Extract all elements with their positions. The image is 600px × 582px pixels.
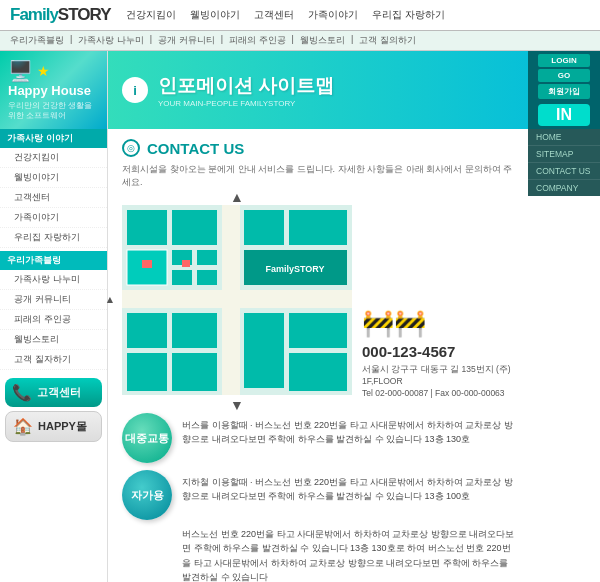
transport-text-1: 지하철 이용할때 · 버스노선 번호 220번을 타고 사대문밖에서 하차하여 …	[182, 470, 516, 504]
contact-title: ◎ CONTACT US	[122, 139, 516, 157]
right-nav-company[interactable]: COMPANY	[528, 180, 600, 196]
sidebar-item-customer2[interactable]: 고객 질자하기	[0, 350, 107, 370]
star-icon: ★	[37, 63, 50, 79]
banner-info-icon: i	[122, 77, 148, 103]
svg-text:FamilySTORY: FamilySTORY	[265, 264, 324, 274]
subnav-item-3[interactable]: 피래의 주인공	[229, 34, 286, 47]
nav-item-wellbeing[interactable]: 웰빙이야기	[190, 8, 240, 22]
right-nav-sitemap[interactable]: SITEMAP	[528, 146, 600, 163]
sidebar-item-customer[interactable]: 고객센터	[0, 188, 107, 208]
svg-rect-20	[289, 353, 347, 391]
nav-item-house[interactable]: 우리집 자랑하기	[372, 8, 445, 22]
map-grid: ▲ ▼ ▶	[122, 197, 352, 403]
traffic-cones: 🚧🚧	[362, 308, 516, 339]
transport-item-0: 대중교통 버스를 이용할때 · 버스노선 번호 220번을 타고 사대문밖에서 …	[122, 413, 516, 463]
svg-rect-21	[142, 260, 152, 268]
join-button[interactable]: 회원가입	[538, 84, 590, 99]
map-left-label: ▶	[105, 297, 114, 303]
sidebar-item-open[interactable]: 공개 커뮤니티	[0, 290, 107, 310]
right-nav-home[interactable]: HOME	[528, 129, 600, 146]
subnav-item-2[interactable]: 공개 커뮤니티	[158, 34, 215, 47]
sidebar-item-wellbeing2[interactable]: 웰빙스토리	[0, 330, 107, 350]
contact-section: ◎ CONTACT US 저희시설을 찾아오는 분에게 안내 서비스를 드립니다…	[108, 129, 600, 582]
svg-rect-3	[127, 210, 167, 245]
contact-desc: 저희시설을 찾아오는 분에게 안내 서비스를 드립니다. 자세한 사항들은 아래…	[122, 163, 516, 189]
content: i 인포메이션 사이트맵 YOUR MAIN-PEOPLE FAMILYSTOR…	[108, 51, 600, 582]
go-button[interactable]: GO	[538, 69, 590, 82]
header: FamilySTORY 건강지킴이 웰빙이야기 고객센터 가족이야기 우리집 자…	[0, 0, 600, 31]
svg-rect-17	[289, 313, 347, 348]
right-sidenav: HOME SITEMAP CONTACT US COMPANY	[528, 129, 600, 196]
sidebar-banner-sub: 우리만의 건강한 생활을 위한 소프트웨어	[8, 101, 99, 121]
svg-rect-5	[244, 210, 284, 245]
happy-mall-label: HAPPY몰	[38, 419, 87, 434]
arrow-down: ▼	[230, 397, 244, 413]
sidebar-section1-title: 가족사랑 이야기	[0, 129, 107, 148]
banner-wrap: i 인포메이션 사이트맵 YOUR MAIN-PEOPLE FAMILYSTOR…	[108, 51, 600, 129]
customer-label: 고객센터	[37, 385, 81, 400]
arrow-up: ▲	[230, 189, 244, 205]
main-nav: 건강지킴이 웰빙이야기 고객센터 가족이야기 우리집 자랑하기	[126, 8, 445, 22]
sidebar-item-house[interactable]: 우리집 자랑하기	[0, 228, 107, 248]
home-icon: 🏠	[13, 417, 33, 436]
map-svg: FamilySTORY	[122, 205, 352, 395]
address-line2: Tel 02-000-00087 | Fax 00-000-00063	[362, 388, 516, 398]
contact-icon: ◎	[122, 139, 140, 157]
banner-subtitle: YOUR MAIN-PEOPLE FAMILYSTORY	[158, 99, 334, 108]
svg-rect-16	[244, 313, 284, 388]
subnav: 우리가족블링 | 가족사랑 나누미 | 공개 커뮤니티 | 피래의 주인공 | …	[0, 31, 600, 51]
svg-rect-18	[127, 353, 167, 391]
nav-item-customer[interactable]: 고객센터	[254, 8, 294, 22]
sidebar-item-health[interactable]: 건강지킴이	[0, 148, 107, 168]
subnav-item-1[interactable]: 가족사랑 나누미	[78, 34, 144, 47]
monitor-icon: 🖥️	[8, 59, 33, 83]
top-banner: i 인포메이션 사이트맵 YOUR MAIN-PEOPLE FAMILYSTOR…	[108, 51, 600, 129]
subnav-item-5[interactable]: 고객 질의하기	[359, 34, 416, 47]
transport-button-1[interactable]: 자가용	[122, 470, 172, 520]
subnav-item-4[interactable]: 웰빙스토리	[300, 34, 345, 47]
sidebar-item-wellbeing[interactable]: 웰빙이야기	[0, 168, 107, 188]
svg-rect-15	[172, 313, 217, 348]
map-row: ▲ ▼ ▶	[122, 197, 516, 403]
address-line1: 서울시 강구구 대동구 길 135번지 (주) 1F,FLOOR	[362, 363, 516, 389]
svg-rect-10	[172, 270, 192, 285]
sidebar-section1: 가족사랑 이야기 건강지킴이 웰빙이야기 고객센터 가족이야기 우리집 자랑하기	[0, 129, 107, 248]
login-button[interactable]: LOGIN	[538, 54, 590, 67]
customer-center-button[interactable]: 📞 고객센터	[5, 378, 102, 407]
sidebar-item-share[interactable]: 가족사랑 나누미	[0, 270, 107, 290]
sidebar-item-family[interactable]: 가족이야기	[0, 208, 107, 228]
map-info: 🚧🚧 000-123-4567 서울시 강구구 대동구 길 135번지 (주) …	[362, 197, 516, 403]
svg-rect-2	[222, 205, 240, 395]
sidebar: 🖥️ ★ Happy House 우리만의 건강한 생활을 위한 소프트웨어 가…	[0, 51, 108, 582]
svg-rect-4	[172, 210, 217, 245]
transport-item-1: 자가용 지하철 이용할때 · 버스노선 번호 220번을 타고 사대문밖에서 하…	[122, 470, 516, 520]
sidebar-section2-title: 우리가족블링	[0, 251, 107, 270]
transport-button-0[interactable]: 대중교통	[122, 413, 172, 463]
nav-item-family[interactable]: 가족이야기	[308, 8, 358, 22]
happy-mall-button[interactable]: 🏠 HAPPY몰	[5, 411, 102, 442]
sidebar-banner: 🖥️ ★ Happy House 우리만의 건강한 생활을 위한 소프트웨어	[0, 51, 107, 129]
svg-rect-6	[289, 210, 347, 245]
svg-rect-14	[127, 313, 167, 348]
logo[interactable]: FamilySTORY	[10, 5, 110, 25]
sidebar-item-future[interactable]: 피래의 주인공	[0, 310, 107, 330]
login-panel: LOGIN GO 회원가입 IN	[528, 51, 600, 129]
happy-house-label: Happy House	[8, 83, 99, 99]
right-nav-contact[interactable]: CONTACT US	[528, 163, 600, 180]
phone-number: 000-123-4567	[362, 343, 516, 360]
banner-title: 인포메이션 사이트맵	[158, 73, 334, 99]
svg-rect-22	[182, 260, 190, 267]
svg-rect-19	[172, 353, 217, 391]
transport-section: 대중교통 버스를 이용할때 · 버스노선 번호 220번을 타고 사대문밖에서 …	[122, 413, 516, 582]
nav-item-health[interactable]: 건강지킴이	[126, 8, 176, 22]
sidebar-section2: 우리가족블링 가족사랑 나누미 공개 커뮤니티 피래의 주인공 웰빙스토리 고객…	[0, 251, 107, 370]
customer-icon: 📞	[12, 383, 32, 402]
in-button[interactable]: IN	[538, 104, 590, 126]
contact-title-text: CONTACT US	[147, 140, 244, 157]
transport-text-0: 버스를 이용할때 · 버스노선 번호 220번을 타고 사대문밖에서 하차하여 …	[182, 413, 516, 447]
main-wrap: 🖥️ ★ Happy House 우리만의 건강한 생활을 위한 소프트웨어 가…	[0, 51, 600, 582]
svg-rect-11	[197, 270, 217, 285]
svg-rect-9	[197, 250, 217, 265]
subnav-item-0[interactable]: 우리가족블링	[10, 34, 64, 47]
transport-extra: 버스노선 번호 220번을 타고 사대문밖에서 하차하여 교차로상 방향으로 내…	[182, 527, 516, 582]
